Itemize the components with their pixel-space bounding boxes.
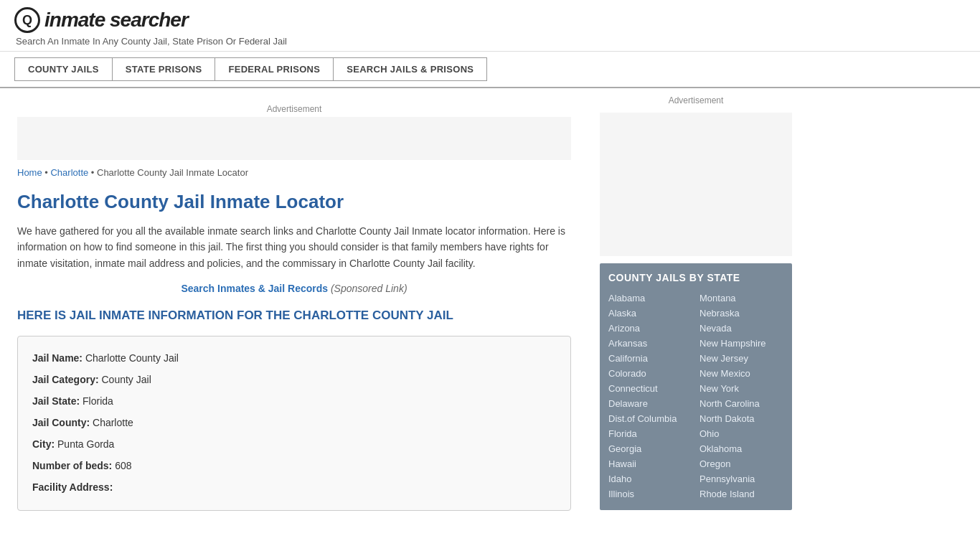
search-link-wrap: Search Inmates & Jail Records (Sponsored… bbox=[17, 283, 571, 294]
state-item[interactable]: Oregon bbox=[699, 456, 783, 471]
state-item[interactable]: Arkansas bbox=[608, 336, 692, 351]
description-text: We have gathered for you all the availab… bbox=[17, 223, 571, 271]
jail-category-row: Jail Category: County Jail bbox=[32, 369, 556, 390]
breadcrumb-sep2: • bbox=[88, 167, 97, 178]
facility-address-row: Facility Address: bbox=[32, 477, 556, 497]
state-item[interactable]: Dist.of Columbia bbox=[608, 411, 692, 426]
header: Q inmate searcher Search An Inmate In An… bbox=[0, 0, 980, 52]
federal-prisons-nav-button[interactable]: FEDERAL PRISONS bbox=[215, 57, 333, 81]
beds-row: Number of beds: 608 bbox=[32, 456, 556, 476]
state-item[interactable]: New Hampshire bbox=[699, 336, 783, 351]
breadcrumb-charlotte[interactable]: Charlotte bbox=[50, 167, 88, 178]
logo-icon: Q bbox=[14, 7, 40, 33]
state-item[interactable]: Illinois bbox=[608, 486, 692, 501]
breadcrumb-home[interactable]: Home bbox=[17, 167, 42, 178]
main-content: Advertisement Home • Charlotte • Charlot… bbox=[0, 88, 588, 528]
state-item[interactable]: New Mexico bbox=[699, 366, 783, 381]
sidebar: Advertisement COUNTY JAILS BY STATE Alab… bbox=[588, 88, 804, 528]
state-item[interactable]: Nevada bbox=[699, 321, 783, 336]
ad-placeholder bbox=[17, 117, 571, 160]
state-item[interactable]: Connecticut bbox=[608, 381, 692, 396]
ad-label: Advertisement bbox=[17, 104, 571, 114]
nav-list: COUNTY JAILS STATE PRISONS FEDERAL PRISO… bbox=[14, 57, 966, 81]
state-item[interactable]: California bbox=[608, 351, 692, 366]
breadcrumb-sep1: • bbox=[42, 167, 51, 178]
city-label: City: bbox=[32, 438, 55, 450]
state-item[interactable]: Hawaii bbox=[608, 456, 692, 471]
breadcrumb-current: Charlotte County Jail Inmate Locator bbox=[97, 167, 248, 178]
jail-name-row: Jail Name: Charlotte County Jail bbox=[32, 348, 556, 368]
jail-category-label: Jail Category: bbox=[32, 374, 99, 385]
state-item[interactable]: Florida bbox=[608, 426, 692, 441]
state-item[interactable]: Idaho bbox=[608, 471, 692, 486]
jail-county-label: Jail County: bbox=[32, 417, 90, 428]
state-item[interactable]: Oklahoma bbox=[699, 441, 783, 456]
breadcrumb: Home • Charlotte • Charlotte County Jail… bbox=[17, 167, 571, 178]
county-jails-by-state-box: COUNTY JAILS BY STATE AlabamaAlaskaArizo… bbox=[600, 263, 792, 510]
jail-state-label: Jail State: bbox=[32, 395, 80, 407]
jail-state-row: Jail State: Florida bbox=[32, 391, 556, 411]
state-item[interactable]: Montana bbox=[699, 291, 783, 306]
state-item[interactable]: Georgia bbox=[608, 441, 692, 456]
state-item[interactable]: Alaska bbox=[608, 306, 692, 321]
jail-county-row: Jail County: Charlotte bbox=[32, 413, 556, 433]
nav-bar: COUNTY JAILS STATE PRISONS FEDERAL PRISO… bbox=[0, 52, 980, 88]
state-item[interactable]: North Carolina bbox=[699, 396, 783, 411]
facility-address-label: Facility Address: bbox=[32, 481, 113, 493]
state-item[interactable]: Arizona bbox=[608, 321, 692, 336]
county-jails-title: COUNTY JAILS BY STATE bbox=[608, 272, 783, 283]
logo-text: inmate searcher bbox=[44, 9, 188, 32]
state-item[interactable]: North Dakota bbox=[699, 411, 783, 426]
search-inmates-link[interactable]: Search Inmates & Jail Records bbox=[181, 283, 328, 294]
city-row: City: Punta Gorda bbox=[32, 434, 556, 454]
jail-state-value: Florida bbox=[83, 395, 113, 407]
state-item[interactable]: Delaware bbox=[608, 396, 692, 411]
content-wrap: Advertisement Home • Charlotte • Charlot… bbox=[0, 88, 980, 528]
state-item[interactable]: Rhode Island bbox=[699, 486, 783, 501]
page-title: Charlotte County Jail Inmate Locator bbox=[17, 191, 571, 213]
tagline: Search An Inmate In Any County Jail, Sta… bbox=[16, 36, 966, 47]
state-item[interactable]: New Jersey bbox=[699, 351, 783, 366]
sidebar-ad: Advertisement bbox=[600, 95, 792, 105]
state-item[interactable]: Pennsylvania bbox=[699, 471, 783, 486]
city-value: Punta Gorda bbox=[57, 438, 114, 450]
section-heading: HERE IS JAIL INMATE INFORMATION FOR THE … bbox=[17, 307, 571, 324]
state-item[interactable]: New York bbox=[699, 381, 783, 396]
state-item[interactable]: Alabama bbox=[608, 291, 692, 306]
jail-name-value: Charlotte County Jail bbox=[85, 352, 179, 364]
info-box: Jail Name: Charlotte County Jail Jail Ca… bbox=[17, 336, 571, 511]
sponsored-label: (Sponsored Link) bbox=[328, 283, 407, 294]
sidebar-ad-placeholder bbox=[600, 113, 792, 256]
beds-label: Number of beds: bbox=[32, 460, 112, 471]
top-ad-banner: Advertisement bbox=[17, 97, 571, 167]
state-list: AlabamaAlaskaArizonaArkansasCaliforniaCo… bbox=[608, 291, 783, 501]
state-item[interactable]: Ohio bbox=[699, 426, 783, 441]
beds-value: 608 bbox=[115, 460, 131, 471]
jail-category-value: County Jail bbox=[101, 374, 151, 385]
logo-area: Q inmate searcher bbox=[14, 7, 966, 33]
jail-county-value: Charlotte bbox=[93, 417, 133, 428]
state-item[interactable]: Colorado bbox=[608, 366, 692, 381]
state-prisons-nav-button[interactable]: STATE PRISONS bbox=[112, 57, 215, 81]
county-jails-nav-button[interactable]: COUNTY JAILS bbox=[14, 57, 112, 81]
jail-name-label: Jail Name: bbox=[32, 352, 83, 364]
state-item[interactable]: Nebraska bbox=[699, 306, 783, 321]
search-jails-nav-button[interactable]: SEARCH JAILS & PRISONS bbox=[333, 57, 487, 81]
